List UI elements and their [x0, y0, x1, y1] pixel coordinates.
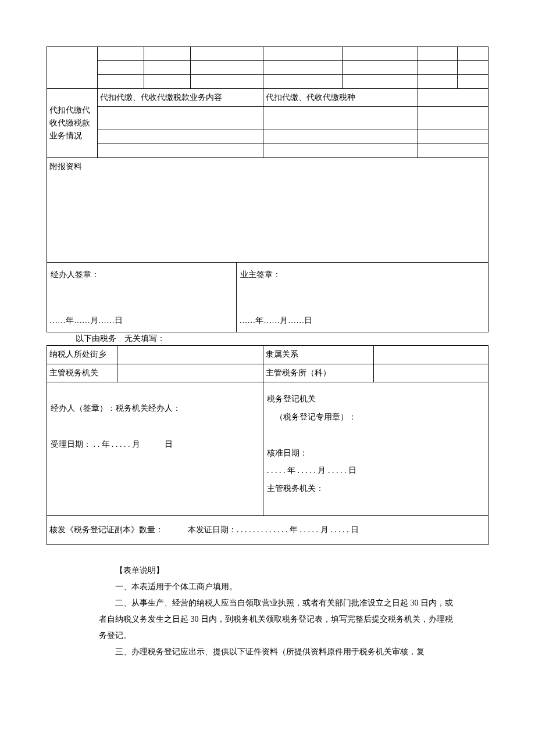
withholding-row-label: 代扣代缴代收代缴税款业务情况: [47, 89, 98, 158]
reg-authority-line1: 税务登记机关: [267, 390, 484, 409]
instructions-title: 【表单说明】: [99, 562, 459, 579]
affiliation-label: 隶属关系: [263, 346, 373, 364]
form-table-1: 代扣代缴代收代缴税款业务情况 代扣代缴、代收代缴税款业务内容 代扣代缴、代收代缴…: [47, 46, 488, 332]
attachment-row: 附报资料: [47, 158, 488, 263]
issue-row: 核发《税务登记证副本》数量： 本发证日期：. . . . . . . . . .…: [47, 515, 488, 544]
instructions-block: 【表单说明】 一、本表适用于个体工商户填用。 二、从事生产、经营的纳税人应当自领…: [47, 562, 488, 660]
handler-date: ……年……月……日: [47, 309, 237, 332]
withholding-data-row-1: [47, 107, 488, 130]
supervising-authority: 主管税务机关：: [267, 480, 484, 498]
authority-label: 主管税务机关: [47, 364, 117, 382]
handler-reg-row: 经办人（签章）：税务机关经办人： 受理日期： . . 年 . . . . . 月…: [47, 382, 488, 516]
street-row: 纳税人所处街乡 隶属关系: [47, 346, 488, 364]
instructions-p3: 三、办理税务登记应出示、提供以下证件资料（所提供资料原件用于税务机关审核，复: [99, 644, 459, 660]
reg-authority-line2: （税务登记专用章）：: [267, 409, 484, 427]
issue-line: 核发《税务登记证副本》数量： 本发证日期：. . . . . . . . . .…: [47, 515, 488, 544]
withholding-header-row: 代扣代缴代收代缴税款业务情况 代扣代缴、代收代缴税款业务内容 代扣代缴、代收代缴…: [47, 89, 488, 107]
form-table-2: 纳税人所处街乡 隶属关系 主管税务机关 主管税务所（科） 经办人（签章）：税务机…: [47, 345, 488, 545]
tax-handler-cell: 经办人（签章）：税务机关经办人： 受理日期： . . 年 . . . . . 月…: [47, 382, 263, 516]
reg-authority-cell: 税务登记机关 （税务登记专用章）： 核准日期： . . . . . 年 . . …: [263, 382, 488, 516]
owner-date: ……年……月……日: [237, 309, 488, 332]
upper-empty-row-2: [47, 61, 488, 75]
instructions-p2: 二、从事生产、经营的纳税人应当自领取营业执照，或者有关部门批准设立之日起 30 …: [99, 595, 459, 644]
authority-row: 主管税务机关 主管税务所（科）: [47, 364, 488, 382]
approve-date-value: . . . . . 年 . . . . . 月 . . . . . 日: [267, 462, 484, 480]
upper-empty-row-3: [47, 75, 488, 89]
owner-sign-label: 业主签章：: [237, 263, 488, 309]
tax-handler-sign: 经办人（签章）：税务机关经办人：: [51, 400, 259, 418]
date-row: ……年……月……日 ……年……月……日: [47, 309, 488, 332]
withholding-data-row-3: [47, 144, 488, 158]
withholding-type-label: 代扣代缴、代收代缴税种: [263, 89, 418, 107]
interline-text: 以下由税务 无关填写：: [47, 332, 488, 345]
street-label: 纳税人所处街乡: [47, 346, 117, 364]
office-label: 主管税务所（科）: [263, 364, 373, 382]
attachment-label: 附报资料: [47, 158, 488, 263]
accept-date: 受理日期： . . 年 . . . . . 月 日: [51, 436, 259, 454]
signature-row: 经办人签章： 业主签章：: [47, 263, 488, 309]
approve-date-label: 核准日期：: [267, 445, 484, 463]
handler-sign-label: 经办人签章：: [47, 263, 237, 309]
instructions-p1: 一、本表适用于个体工商户填用。: [99, 579, 459, 595]
upper-empty-row-1: [47, 47, 488, 61]
withholding-content-label: 代扣代缴、代收代缴税款业务内容: [98, 89, 263, 107]
withholding-data-row-2: [47, 130, 488, 144]
